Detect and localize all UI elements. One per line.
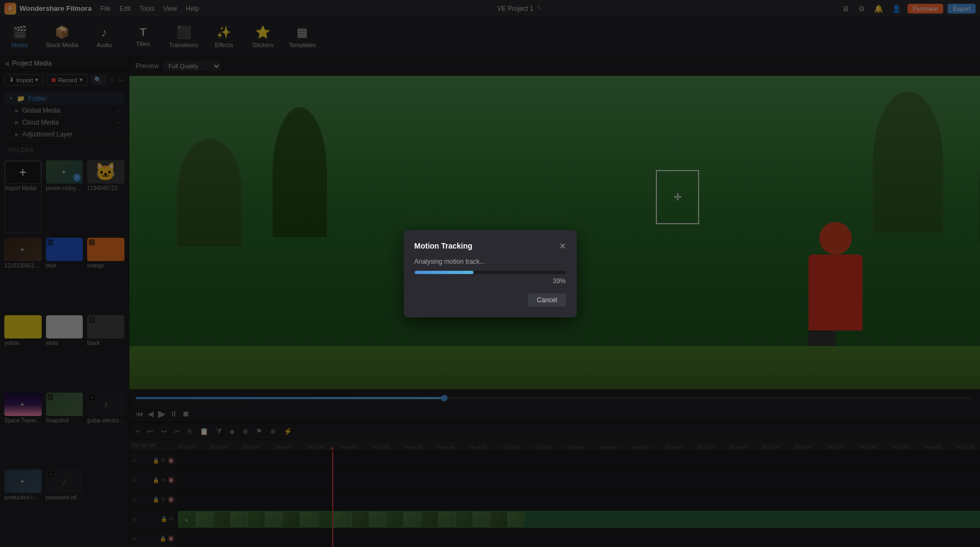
modal-cancel-button[interactable]: Cancel (528, 294, 565, 307)
modal-progress-fill (415, 271, 473, 274)
modal-status: Analysing motion track... (415, 258, 566, 265)
modal-progress-bar (415, 271, 566, 274)
modal-title: Motion Tracking (415, 242, 472, 250)
modal-header: Motion Tracking ✕ (415, 241, 566, 251)
motion-tracking-modal: Motion Tracking ✕ Analysing motion track… (404, 230, 577, 317)
modal-progress-percent: 39% (415, 277, 566, 285)
modal-overlay: Motion Tracking ✕ Analysing motion track… (0, 0, 980, 547)
modal-close-button[interactable]: ✕ (559, 241, 566, 251)
modal-body: Analysing motion track... 39% Cancel (415, 258, 566, 307)
modal-footer: Cancel (415, 294, 566, 307)
